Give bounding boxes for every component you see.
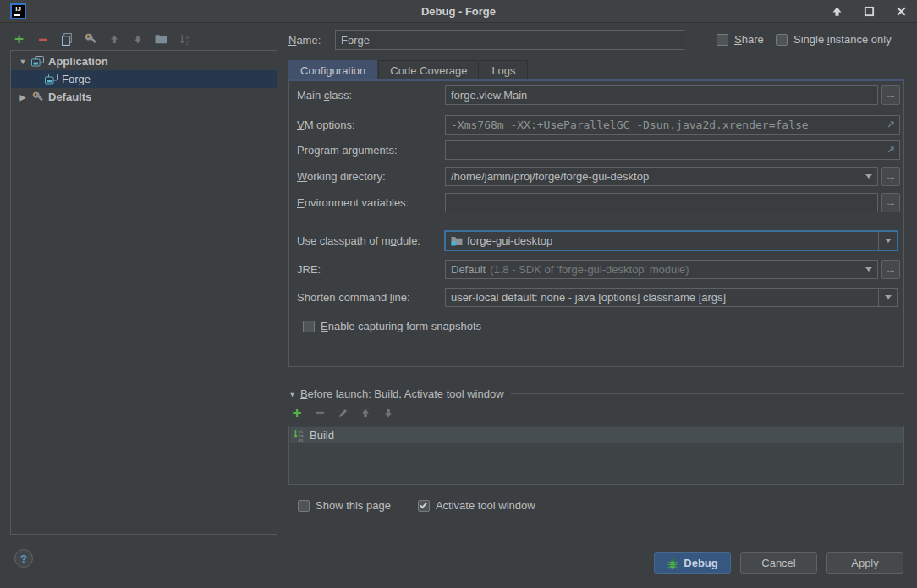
main-class-browse-button[interactable]: ... xyxy=(881,85,900,105)
environment-variables-row: Environment variables: ... xyxy=(289,193,903,212)
tree-node-label: Forge xyxy=(62,73,91,85)
jre-browse-button[interactable]: ... xyxy=(881,260,900,279)
enable-snapshots-label: Enable capturing form snapshots xyxy=(321,320,481,332)
shorten-command-line-combobox[interactable]: user-local default: none - java [options… xyxy=(445,288,898,307)
window-controls xyxy=(831,5,907,17)
enable-snapshots-checkbox[interactable] xyxy=(303,321,315,332)
chevron-right-icon[interactable]: ▶ xyxy=(18,93,28,102)
bug-icon xyxy=(667,558,678,569)
move-down-icon[interactable] xyxy=(130,32,145,47)
program-arguments-input[interactable] xyxy=(445,140,900,160)
tree-node-label: Application xyxy=(48,55,108,68)
before-launch-task-list: 011001 Build xyxy=(288,426,904,485)
help-button[interactable]: ? xyxy=(14,549,33,568)
add-task-icon[interactable]: + xyxy=(291,406,303,420)
minimize-icon[interactable] xyxy=(831,5,843,17)
show-this-page-label: Show this page xyxy=(316,499,391,512)
configuration-tab-panel: Main class: ... VM options: Program argu… xyxy=(288,79,904,367)
working-directory-label: Working directory: xyxy=(297,170,386,183)
vm-options-input[interactable] xyxy=(445,115,900,135)
use-classpath-label: Use classpath of module: xyxy=(297,234,420,247)
single-instance-checkbox-group: Single instance only xyxy=(776,33,892,46)
use-classpath-row: Use classpath of module: forge-gui-deskt… xyxy=(289,231,903,250)
move-task-down-icon[interactable] xyxy=(382,406,394,420)
svg-text:01: 01 xyxy=(299,438,304,442)
window-title: Debug - Forge xyxy=(0,5,917,18)
tree-node-label: Defaults xyxy=(48,91,91,103)
move-task-up-icon[interactable] xyxy=(360,406,371,420)
edit-defaults-icon[interactable] xyxy=(83,32,97,47)
configurations-sidebar: + − az ▼ Application xyxy=(0,23,288,588)
build-icon: 011001 xyxy=(294,429,305,442)
name-input[interactable] xyxy=(335,30,684,50)
working-directory-browse-button[interactable]: ... xyxy=(881,167,900,186)
sidebar-toolbar: + − az xyxy=(12,30,192,47)
chevron-down-icon[interactable] xyxy=(878,232,897,250)
remove-configuration-icon[interactable]: − xyxy=(36,32,50,47)
environment-variables-browse-button[interactable]: ... xyxy=(881,193,900,212)
application-icon xyxy=(45,74,58,85)
move-up-icon[interactable] xyxy=(107,32,121,47)
shorten-command-line-row: Shorten command line: user-local default… xyxy=(289,288,903,307)
tree-node-defaults[interactable]: ▶ Defaults xyxy=(11,88,277,106)
single-instance-label: Single instance only xyxy=(793,33,892,46)
enable-snapshots-row: Enable capturing form snapshots xyxy=(303,320,481,332)
chevron-down-icon[interactable] xyxy=(859,261,877,278)
tree-node-application[interactable]: ▼ Application xyxy=(11,52,277,70)
working-directory-dropdown-icon[interactable] xyxy=(859,168,877,185)
before-launch-title: Before launch: Build, Activate tool wind… xyxy=(300,387,504,400)
edit-task-icon[interactable] xyxy=(337,406,349,420)
svg-text:a: a xyxy=(186,33,189,39)
main-class-label: Main class: xyxy=(297,89,352,102)
shorten-command-line-label: Shorten command line: xyxy=(297,291,410,304)
tab-configuration[interactable]: Configuration xyxy=(288,60,377,80)
working-directory-row: Working directory: ... xyxy=(289,167,903,186)
cancel-button[interactable]: Cancel xyxy=(740,552,817,574)
jre-label: JRE: xyxy=(297,263,321,276)
apply-button[interactable]: Apply xyxy=(826,552,903,574)
add-configuration-icon[interactable]: + xyxy=(12,32,26,47)
jre-row: JRE: Default (1.8 - SDK of 'forge-gui-de… xyxy=(289,260,903,279)
svg-text:z: z xyxy=(186,40,189,46)
question-icon: ? xyxy=(20,552,27,565)
jre-combobox[interactable]: Default (1.8 - SDK of 'forge-gui-desktop… xyxy=(445,260,878,279)
vm-options-label: VM options: xyxy=(297,118,355,131)
working-directory-input[interactable] xyxy=(445,167,878,186)
program-arguments-row: Program arguments: xyxy=(289,140,903,160)
defaults-wrench-icon xyxy=(31,91,44,103)
module-icon xyxy=(451,236,463,246)
chevron-down-icon[interactable]: ▼ xyxy=(18,58,28,66)
remove-task-icon[interactable]: − xyxy=(314,406,326,420)
show-this-page-checkbox[interactable] xyxy=(298,500,310,512)
use-classpath-value: forge-gui-desktop xyxy=(467,234,552,247)
tree-node-forge[interactable]: Forge xyxy=(11,70,277,88)
debug-button[interactable]: Debug xyxy=(654,552,731,574)
use-classpath-combobox[interactable]: forge-gui-desktop xyxy=(445,231,898,250)
sort-configurations-icon[interactable]: az xyxy=(178,32,192,47)
copy-configuration-icon[interactable] xyxy=(59,32,74,47)
task-label: Build xyxy=(310,429,334,442)
maximize-icon[interactable] xyxy=(863,5,875,17)
tab-code-coverage[interactable]: Code Coverage xyxy=(378,60,479,80)
expand-icon[interactable] xyxy=(886,119,896,132)
folder-icon[interactable] xyxy=(154,32,168,47)
collapse-icon[interactable]: ▼ xyxy=(288,390,296,398)
close-icon[interactable] xyxy=(895,5,907,17)
share-checkbox-group: Share xyxy=(717,33,764,46)
environment-variables-input[interactable] xyxy=(445,193,878,212)
single-instance-checkbox[interactable] xyxy=(776,34,788,46)
tab-logs[interactable]: Logs xyxy=(480,60,527,80)
activate-tool-window-label: Activate tool window xyxy=(436,499,535,512)
tab-bar: Configuration Code Coverage Logs xyxy=(288,60,529,80)
configurations-tree: ▼ Application Forge ▶ Defaults xyxy=(10,50,277,535)
share-checkbox[interactable] xyxy=(717,34,728,46)
main-class-input[interactable] xyxy=(445,85,878,105)
task-build[interactable]: 011001 Build xyxy=(290,427,903,443)
jre-value: Default xyxy=(451,263,486,276)
activate-tool-window-checkbox[interactable] xyxy=(418,500,430,512)
expand-icon[interactable] xyxy=(886,145,896,157)
chevron-down-icon[interactable] xyxy=(878,289,897,306)
main-class-row: Main class: ... xyxy=(289,85,903,105)
intellij-logo-icon: IJ xyxy=(10,3,26,19)
before-launch-header[interactable]: ▼ Before launch: Build, Activate tool wi… xyxy=(288,387,904,400)
